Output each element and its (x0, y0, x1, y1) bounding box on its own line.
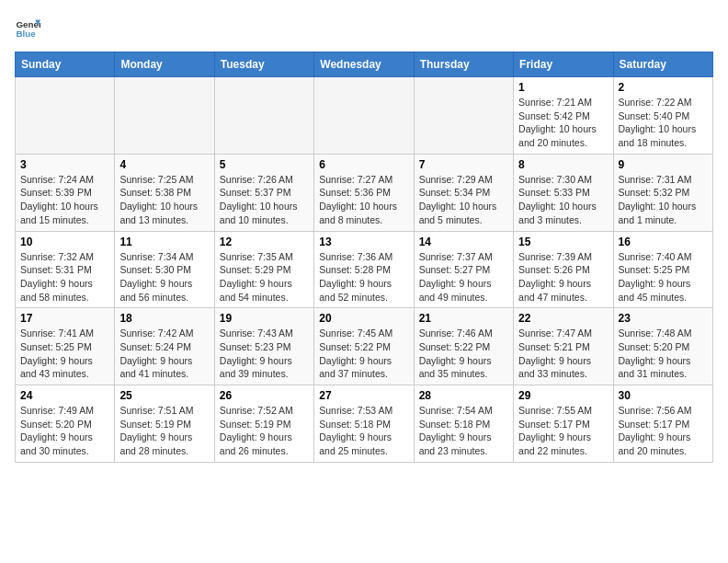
calendar-cell: 20Sunrise: 7:45 AMSunset: 5:22 PMDayligh… (314, 308, 414, 385)
calendar-cell: 8Sunrise: 7:30 AMSunset: 5:33 PMDaylight… (514, 154, 613, 231)
day-info: Sunrise: 7:21 AMSunset: 5:42 PMDaylight:… (518, 96, 608, 150)
day-info: Sunrise: 7:29 AMSunset: 5:34 PMDaylight:… (419, 173, 508, 227)
day-number: 13 (319, 236, 408, 248)
day-number: 7 (419, 158, 508, 171)
calendar-cell (16, 77, 115, 155)
day-number: 30 (619, 389, 708, 402)
calendar-week-5: 24Sunrise: 7:49 AMSunset: 5:20 PMDayligh… (16, 385, 713, 463)
weekday-header-monday: Monday (115, 52, 214, 77)
calendar-cell: 18Sunrise: 7:42 AMSunset: 5:24 PMDayligh… (115, 308, 214, 385)
day-info: Sunrise: 7:53 AMSunset: 5:18 PMDaylight:… (319, 404, 408, 458)
day-info: Sunrise: 7:55 AMSunset: 5:17 PMDaylight:… (518, 404, 608, 458)
day-number: 1 (518, 81, 608, 94)
calendar-cell (314, 77, 414, 155)
day-number: 27 (319, 389, 408, 402)
day-number: 2 (619, 81, 708, 94)
calendar-cell: 13Sunrise: 7:36 AMSunset: 5:28 PMDayligh… (314, 231, 414, 308)
day-info: Sunrise: 7:45 AMSunset: 5:22 PMDaylight:… (319, 327, 408, 381)
calendar-cell: 1Sunrise: 7:21 AMSunset: 5:42 PMDaylight… (514, 77, 613, 155)
calendar-cell (414, 77, 513, 155)
calendar-cell: 14Sunrise: 7:37 AMSunset: 5:27 PMDayligh… (414, 231, 513, 308)
calendar-cell: 28Sunrise: 7:54 AMSunset: 5:18 PMDayligh… (414, 385, 513, 463)
calendar-cell: 9Sunrise: 7:31 AMSunset: 5:32 PMDaylight… (613, 154, 712, 231)
calendar-cell: 22Sunrise: 7:47 AMSunset: 5:21 PMDayligh… (514, 308, 613, 385)
logo-icon: General Blue (15, 15, 40, 40)
calendar-cell (115, 77, 214, 155)
day-number: 22 (518, 312, 608, 325)
calendar-cell: 25Sunrise: 7:51 AMSunset: 5:19 PMDayligh… (115, 385, 214, 463)
calendar-cell: 5Sunrise: 7:26 AMSunset: 5:37 PMDaylight… (214, 154, 313, 231)
day-number: 9 (619, 158, 708, 171)
weekday-header-wednesday: Wednesday (314, 52, 414, 77)
day-info: Sunrise: 7:32 AMSunset: 5:31 PMDaylight:… (20, 250, 109, 304)
day-number: 23 (619, 312, 708, 325)
calendar-cell: 2Sunrise: 7:22 AMSunset: 5:40 PMDaylight… (613, 77, 712, 155)
day-info: Sunrise: 7:30 AMSunset: 5:33 PMDaylight:… (518, 173, 608, 227)
day-info: Sunrise: 7:37 AMSunset: 5:27 PMDaylight:… (419, 250, 508, 304)
calendar-cell: 26Sunrise: 7:52 AMSunset: 5:19 PMDayligh… (214, 385, 313, 463)
calendar-cell: 3Sunrise: 7:24 AMSunset: 5:39 PMDaylight… (16, 154, 115, 231)
day-info: Sunrise: 7:41 AMSunset: 5:25 PMDaylight:… (20, 327, 109, 381)
calendar-cell: 23Sunrise: 7:48 AMSunset: 5:20 PMDayligh… (613, 308, 712, 385)
day-info: Sunrise: 7:52 AMSunset: 5:19 PMDaylight:… (220, 404, 309, 458)
calendar-cell: 17Sunrise: 7:41 AMSunset: 5:25 PMDayligh… (16, 308, 115, 385)
day-info: Sunrise: 7:27 AMSunset: 5:36 PMDaylight:… (319, 173, 408, 227)
calendar-cell: 30Sunrise: 7:56 AMSunset: 5:17 PMDayligh… (613, 385, 712, 463)
day-number: 21 (419, 312, 508, 325)
day-info: Sunrise: 7:42 AMSunset: 5:24 PMDaylight:… (119, 327, 209, 381)
day-info: Sunrise: 7:31 AMSunset: 5:32 PMDaylight:… (619, 173, 708, 227)
calendar-week-4: 17Sunrise: 7:41 AMSunset: 5:25 PMDayligh… (16, 308, 713, 385)
day-info: Sunrise: 7:49 AMSunset: 5:20 PMDaylight:… (20, 404, 109, 458)
day-info: Sunrise: 7:39 AMSunset: 5:26 PMDaylight:… (518, 250, 608, 304)
day-number: 12 (220, 236, 309, 248)
calendar-cell: 24Sunrise: 7:49 AMSunset: 5:20 PMDayligh… (16, 385, 115, 463)
day-info: Sunrise: 7:47 AMSunset: 5:21 PMDaylight:… (518, 327, 608, 381)
calendar-cell (214, 77, 313, 155)
calendar-table: SundayMondayTuesdayWednesdayThursdayFrid… (15, 52, 713, 463)
day-info: Sunrise: 7:46 AMSunset: 5:22 PMDaylight:… (419, 327, 508, 381)
day-info: Sunrise: 7:51 AMSunset: 5:19 PMDaylight:… (119, 404, 209, 458)
day-number: 16 (619, 236, 708, 248)
calendar-cell: 16Sunrise: 7:40 AMSunset: 5:25 PMDayligh… (613, 231, 712, 308)
calendar-cell: 15Sunrise: 7:39 AMSunset: 5:26 PMDayligh… (514, 231, 613, 308)
day-number: 17 (20, 312, 109, 325)
day-number: 15 (518, 236, 608, 248)
weekday-header-friday: Friday (514, 52, 613, 77)
calendar-week-1: 1Sunrise: 7:21 AMSunset: 5:42 PMDaylight… (16, 77, 713, 155)
calendar-cell: 10Sunrise: 7:32 AMSunset: 5:31 PMDayligh… (16, 231, 115, 308)
day-info: Sunrise: 7:43 AMSunset: 5:23 PMDaylight:… (220, 327, 309, 381)
logo: General Blue (15, 15, 44, 40)
day-number: 8 (518, 158, 608, 171)
day-info: Sunrise: 7:36 AMSunset: 5:28 PMDaylight:… (319, 250, 408, 304)
day-number: 19 (220, 312, 309, 325)
day-number: 20 (319, 312, 408, 325)
day-info: Sunrise: 7:26 AMSunset: 5:37 PMDaylight:… (220, 173, 309, 227)
weekday-header-thursday: Thursday (414, 52, 513, 77)
weekday-header-saturday: Saturday (613, 52, 712, 77)
day-number: 5 (220, 158, 309, 171)
calendar-cell: 29Sunrise: 7:55 AMSunset: 5:17 PMDayligh… (514, 385, 613, 463)
calendar-cell: 11Sunrise: 7:34 AMSunset: 5:30 PMDayligh… (115, 231, 214, 308)
day-number: 6 (319, 158, 408, 171)
page-header: General Blue (15, 15, 713, 40)
calendar-week-2: 3Sunrise: 7:24 AMSunset: 5:39 PMDaylight… (16, 154, 713, 231)
day-number: 29 (518, 389, 608, 402)
svg-text:Blue: Blue (16, 29, 36, 39)
calendar-cell: 6Sunrise: 7:27 AMSunset: 5:36 PMDaylight… (314, 154, 414, 231)
calendar-cell: 7Sunrise: 7:29 AMSunset: 5:34 PMDaylight… (414, 154, 513, 231)
day-number: 26 (220, 389, 309, 402)
day-number: 11 (119, 236, 209, 248)
day-info: Sunrise: 7:35 AMSunset: 5:29 PMDaylight:… (220, 250, 309, 304)
day-number: 28 (419, 389, 508, 402)
calendar-week-3: 10Sunrise: 7:32 AMSunset: 5:31 PMDayligh… (16, 231, 713, 308)
day-info: Sunrise: 7:56 AMSunset: 5:17 PMDaylight:… (619, 404, 708, 458)
day-info: Sunrise: 7:54 AMSunset: 5:18 PMDaylight:… (419, 404, 508, 458)
calendar-cell: 21Sunrise: 7:46 AMSunset: 5:22 PMDayligh… (414, 308, 513, 385)
calendar-cell: 4Sunrise: 7:25 AMSunset: 5:38 PMDaylight… (115, 154, 214, 231)
day-info: Sunrise: 7:24 AMSunset: 5:39 PMDaylight:… (20, 173, 109, 227)
day-info: Sunrise: 7:40 AMSunset: 5:25 PMDaylight:… (619, 250, 708, 304)
calendar-cell: 19Sunrise: 7:43 AMSunset: 5:23 PMDayligh… (214, 308, 313, 385)
calendar-cell: 27Sunrise: 7:53 AMSunset: 5:18 PMDayligh… (314, 385, 414, 463)
weekday-header-sunday: Sunday (16, 52, 115, 77)
weekday-header-tuesday: Tuesday (214, 52, 313, 77)
